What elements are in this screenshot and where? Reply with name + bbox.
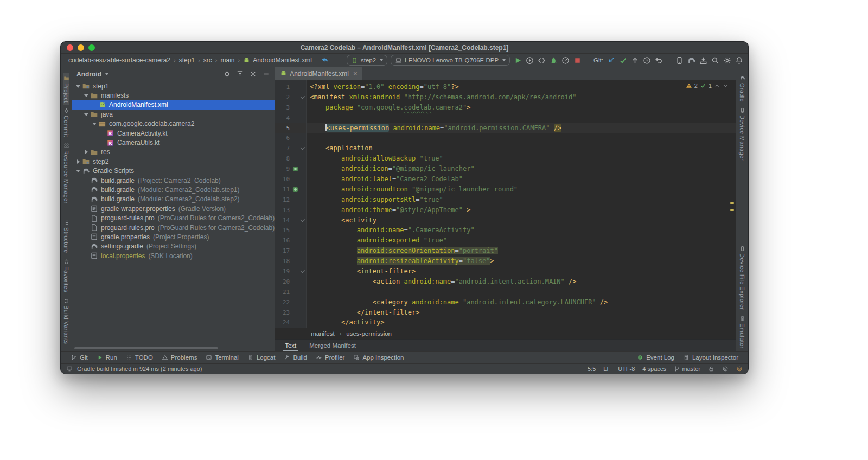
gutter-line[interactable]: 1 bbox=[275, 82, 306, 92]
breadcrumb-item[interactable]: manifest bbox=[311, 330, 334, 337]
code-line[interactable]: android:screenOrientation="portrait" bbox=[307, 246, 736, 256]
gutter-line[interactable]: 16 bbox=[275, 235, 306, 246]
device-select[interactable]: LENOVO Lenovo TB-Q706F-DPP bbox=[391, 55, 510, 66]
profile-icon[interactable] bbox=[561, 56, 570, 65]
rollback-icon[interactable] bbox=[654, 56, 663, 65]
code-line[interactable]: android:resizeableActivity="false"> bbox=[307, 256, 736, 266]
tree-item-com-google-codelab-camera2[interactable]: com.google.codelab.camera2 bbox=[72, 119, 275, 129]
gradle-sync-icon[interactable] bbox=[687, 56, 696, 65]
code-line[interactable]: android:label="Camera2 Codelab" bbox=[307, 174, 736, 184]
gutter-line[interactable]: 4 bbox=[275, 113, 306, 123]
inspections-widget[interactable]: 2 1 bbox=[686, 82, 729, 89]
gutter-line[interactable]: 6 bbox=[275, 133, 306, 143]
breadcrumb-item[interactable]: step1 bbox=[179, 56, 195, 64]
toolwindow-button-app-inspection[interactable]: App Inspection bbox=[349, 352, 408, 363]
gutter-line[interactable]: 5 bbox=[275, 123, 306, 133]
toolwindow-button-problems[interactable]: Problems bbox=[157, 352, 202, 363]
code-line[interactable] bbox=[307, 113, 736, 123]
options-gear-icon[interactable] bbox=[249, 70, 257, 78]
code-line[interactable]: android:allowBackup="true" bbox=[307, 154, 736, 164]
code-line[interactable]: <action android:name="android.intent.act… bbox=[307, 277, 736, 287]
code-line[interactable]: <category android:name="android.intent.c… bbox=[307, 297, 736, 308]
gutter-line[interactable]: 2 bbox=[275, 92, 306, 103]
minimize-window-button[interactable] bbox=[78, 44, 84, 51]
update-project-icon[interactable] bbox=[607, 56, 616, 65]
toolwindow-button-profiler[interactable]: Profiler bbox=[311, 352, 349, 363]
locate-file-icon[interactable] bbox=[223, 70, 231, 78]
toolwindow-switcher-icon[interactable] bbox=[66, 366, 73, 372]
tree-chevron-icon[interactable] bbox=[74, 158, 82, 165]
code-line[interactable]: </intent-filter> bbox=[307, 308, 736, 318]
fold-marker-icon[interactable] bbox=[299, 97, 306, 98]
history-icon[interactable] bbox=[642, 56, 652, 65]
tree-chevron-icon[interactable] bbox=[91, 120, 98, 127]
fold-marker-icon[interactable] bbox=[299, 271, 306, 272]
tree-item-res[interactable]: res bbox=[72, 148, 275, 157]
search-everywhere-icon[interactable] bbox=[711, 56, 720, 65]
toolwindow-button-build[interactable]: Build bbox=[279, 352, 311, 363]
breadcrumb-item[interactable]: AndroidManifest.xml bbox=[253, 56, 312, 64]
code-line[interactable]: <?xml version="1.0" encoding="utf-8"?> bbox=[307, 82, 736, 92]
tree-item-gradle-properties[interactable]: gradle.properties(Project Properties) bbox=[72, 232, 275, 241]
apply-code-changes-icon[interactable] bbox=[537, 56, 546, 65]
code-line[interactable]: android:name=".CameraActivity" bbox=[307, 225, 736, 235]
fold-marker-icon[interactable] bbox=[299, 220, 306, 221]
gutter-line[interactable]: 15 bbox=[275, 225, 306, 235]
tree-item-build-gradle[interactable]: build.gradle(Module: Camera2_Codelab.ste… bbox=[72, 185, 275, 194]
toolwindow-button-logcat[interactable]: Logcat bbox=[243, 352, 280, 363]
gutter-line[interactable]: 8 bbox=[275, 154, 306, 164]
code-line[interactable] bbox=[307, 287, 736, 297]
gutter-line[interactable]: 22 bbox=[275, 297, 306, 308]
toolwindow-button-project[interactable]: Project bbox=[63, 73, 69, 105]
gutter-line[interactable]: 20 bbox=[275, 277, 306, 287]
file-encoding[interactable]: UTF-8 bbox=[618, 366, 635, 372]
settings-icon[interactable] bbox=[723, 56, 732, 65]
editor[interactable]: 123456789101112131415161718192021222324 … bbox=[275, 80, 736, 328]
tree-chevron-icon[interactable] bbox=[82, 148, 90, 156]
gutter-line[interactable]: 21 bbox=[275, 287, 306, 297]
tree-chevron-icon[interactable] bbox=[82, 111, 90, 118]
toolwindow-button-resource-manager[interactable]: Resource Manager bbox=[63, 140, 69, 206]
fold-marker-icon[interactable] bbox=[299, 148, 306, 149]
line-ending[interactable]: LF bbox=[603, 366, 610, 372]
gutter-line[interactable]: 19 bbox=[275, 266, 306, 277]
gutter-line[interactable]: 23 bbox=[275, 308, 306, 318]
close-window-button[interactable] bbox=[67, 44, 73, 51]
gutter-line[interactable]: 24 bbox=[275, 317, 306, 328]
tree-item-gradle-wrapper-properties[interactable]: gradle-wrapper.properties(Gradle Version… bbox=[72, 204, 275, 213]
toolwindow-button-layout-inspector[interactable]: Layout Inspector bbox=[679, 352, 743, 363]
gutter-line[interactable]: 14 bbox=[275, 215, 306, 226]
toolwindow-button-device-manager[interactable]: Device Manager bbox=[739, 105, 745, 163]
gutter-line[interactable]: 17 bbox=[275, 246, 306, 256]
tree-item-manifests[interactable]: manifests bbox=[72, 91, 275, 100]
sdk-manager-icon[interactable] bbox=[699, 56, 708, 65]
code-line[interactable]: package="com.google.codelab.camera2"> bbox=[307, 103, 736, 113]
tree-item-proguard-rules-pro[interactable]: proguard-rules.pro(ProGuard Rules for Ca… bbox=[72, 223, 275, 232]
hide-panel-icon[interactable] bbox=[262, 70, 270, 78]
toolwindow-button-git[interactable]: Git bbox=[66, 352, 92, 363]
commit-icon[interactable] bbox=[618, 56, 628, 65]
gutter-line[interactable]: 13 bbox=[275, 205, 306, 215]
code-line[interactable]: android:supportsRtl="true" bbox=[307, 195, 736, 205]
horizontal-scrollbar[interactable] bbox=[74, 347, 218, 349]
toolwindow-button-event-log[interactable]: Event Log bbox=[633, 352, 679, 363]
tree-chevron-icon[interactable] bbox=[74, 82, 82, 90]
device-manager-icon[interactable] bbox=[675, 56, 684, 65]
breadcrumb-item[interactable]: main bbox=[220, 56, 234, 64]
run-configuration-select[interactable]: step2 bbox=[347, 55, 387, 66]
code-line[interactable]: android:exported="true" bbox=[307, 235, 736, 246]
code-line[interactable]: android:icon="@mipmap/ic_launcher" bbox=[307, 164, 736, 174]
breadcrumb-item[interactable]: uses-permission bbox=[346, 330, 392, 337]
gutter-line[interactable]: 9 bbox=[275, 164, 306, 174]
code-line[interactable]: <uses-permission android:name="android.p… bbox=[307, 123, 736, 133]
next-issue-icon[interactable] bbox=[723, 82, 729, 89]
gutter-line[interactable]: 18 bbox=[275, 256, 306, 266]
toolwindow-button-favorites[interactable]: Favorites bbox=[63, 256, 69, 295]
breadcrumb-item[interactable]: src bbox=[203, 56, 212, 64]
code-line[interactable]: <activity bbox=[307, 215, 736, 226]
gutter-line[interactable]: 7 bbox=[275, 143, 306, 154]
prev-issue-icon[interactable] bbox=[714, 82, 720, 89]
toolwindow-button-emulator[interactable]: Emulator bbox=[739, 313, 745, 351]
code-line[interactable]: <intent-filter> bbox=[307, 266, 736, 277]
indent-setting[interactable]: 4 spaces bbox=[642, 366, 666, 372]
